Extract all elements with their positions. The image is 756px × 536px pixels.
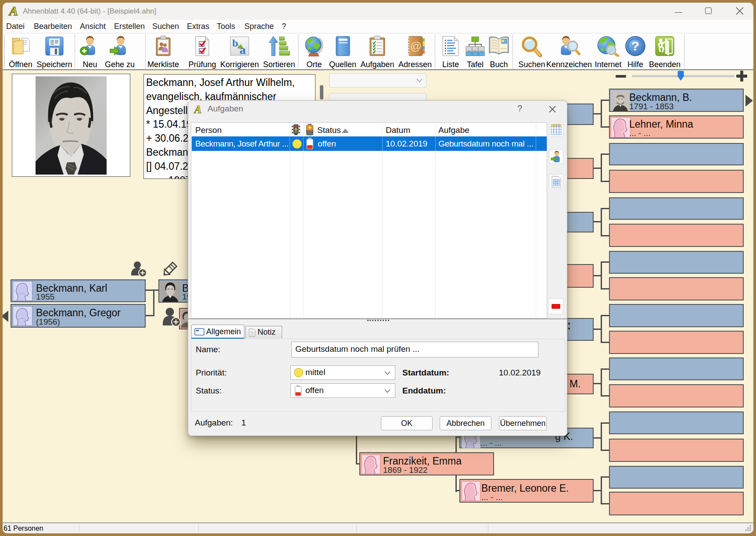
svg-text:A: A <box>8 5 18 18</box>
svg-text:b: b <box>232 37 238 49</box>
svg-text:?: ? <box>631 39 639 53</box>
svg-text:A: A <box>193 104 202 115</box>
svg-text:@: @ <box>410 39 422 53</box>
